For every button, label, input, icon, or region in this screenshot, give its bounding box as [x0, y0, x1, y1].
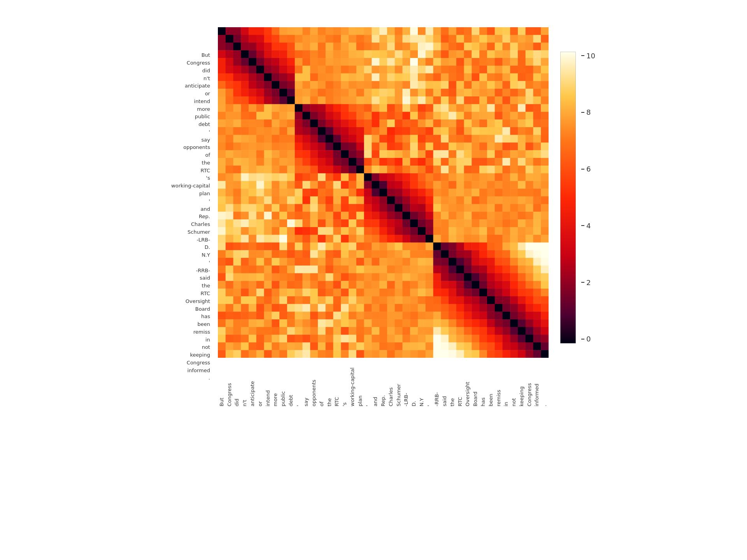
- y-label: plan: [199, 190, 210, 198]
- y-label: remiss: [193, 328, 210, 336]
- y-label: or: [205, 90, 210, 98]
- y-label: 's: [206, 175, 210, 182]
- y-label: said: [200, 275, 210, 282]
- matrix-and-colorbar: ButCongressdidn'tanticipateorintendmorep…: [218, 27, 576, 406]
- y-label: opponents: [183, 144, 210, 152]
- chart-body: ButCongressdidn'tanticipateorintendmorep…: [171, 27, 576, 406]
- x-label: -LRB-: [402, 360, 410, 406]
- y-label: working-capital: [171, 182, 210, 190]
- y-label: has: [201, 313, 210, 321]
- x-label: Board: [472, 360, 479, 406]
- y-label: -RRB-: [196, 267, 210, 275]
- y-label: ': [209, 198, 210, 205]
- y-label: the: [202, 282, 210, 290]
- y-label: D.: [205, 244, 210, 252]
- x-label: RTC: [333, 360, 341, 406]
- tick-value: 6: [586, 165, 591, 173]
- colorbar-tick: 10: [581, 52, 595, 60]
- x-label: been: [487, 360, 495, 406]
- x-label: opponents: [310, 360, 318, 406]
- x-label: say: [302, 360, 310, 406]
- x-label: plan: [356, 360, 364, 406]
- y-label: Rep.: [199, 213, 210, 221]
- x-label: -RRB-: [433, 360, 441, 406]
- x-label: ': [426, 360, 433, 406]
- tick-value: 0: [586, 335, 591, 343]
- x-label: the: [449, 360, 456, 406]
- y-label: more: [197, 105, 210, 113]
- y-label: Board: [195, 305, 210, 313]
- x-label: keeping: [518, 360, 526, 406]
- x-label: has: [479, 360, 487, 406]
- x-label: ': [364, 360, 372, 406]
- y-label: -LRB-: [196, 236, 210, 244]
- y-label: anticipate: [185, 82, 210, 90]
- colorbar-tick: 4: [581, 222, 595, 230]
- x-label: But: [218, 360, 226, 406]
- y-label: Congress: [187, 359, 210, 367]
- x-label: said: [441, 360, 449, 406]
- colorbar-tick: 2: [581, 278, 595, 287]
- x-label: working-capital: [349, 360, 356, 406]
- x-label: Oversight: [464, 360, 472, 406]
- y-label: been: [197, 320, 210, 328]
- tick-value: 10: [586, 52, 595, 60]
- heatmap-canvas: [218, 27, 549, 358]
- y-label: of: [205, 151, 210, 159]
- x-label: D.: [410, 360, 418, 406]
- colorbar: 1086420: [560, 52, 576, 382]
- x-label: N.Y: [418, 360, 426, 406]
- colorbar-ticks: 1086420: [581, 52, 595, 343]
- y-label: But: [202, 52, 210, 60]
- x-label: informed: [533, 360, 541, 406]
- y-label: informed: [188, 367, 210, 374]
- x-label: Congress: [526, 360, 533, 406]
- y-label: say: [202, 136, 210, 144]
- x-axis-labels: ButCongressdidn'tanticipateorintendmorep…: [218, 360, 549, 406]
- x-label: RTC: [456, 360, 464, 406]
- x-label: of: [318, 360, 326, 406]
- x-label: Charles: [387, 360, 395, 406]
- colorbar-tick: 6: [581, 165, 595, 173]
- y-label: in: [205, 336, 210, 344]
- x-label: and: [372, 360, 379, 406]
- x-label: or: [256, 360, 264, 406]
- x-label: anticipate: [249, 360, 256, 406]
- x-label: 's: [341, 360, 349, 406]
- tick-value: 8: [586, 108, 591, 116]
- x-label: not: [510, 360, 518, 406]
- tick-value: 4: [586, 222, 591, 230]
- x-label: did: [233, 360, 241, 406]
- y-label: public: [195, 113, 210, 121]
- x-label: Congress: [226, 360, 233, 406]
- y-label: the: [202, 159, 210, 167]
- y-label: and: [200, 205, 210, 213]
- y-label: Charles: [191, 220, 210, 228]
- colorbar-tick: 8: [581, 108, 595, 116]
- x-label: more: [272, 360, 279, 406]
- y-label: debt: [198, 121, 210, 128]
- y-label: keeping: [190, 351, 210, 359]
- x-label: debt: [287, 360, 295, 406]
- y-label: not: [202, 344, 210, 352]
- x-label: ': [295, 360, 303, 406]
- chart-container: ButCongressdidn'tanticipateorintendmorep…: [0, 0, 747, 560]
- y-label: RTC: [201, 290, 210, 298]
- x-label: intend: [264, 360, 272, 406]
- x-label: Rep.: [379, 360, 387, 406]
- y-label: Oversight: [186, 298, 210, 305]
- x-label: the: [326, 360, 333, 406]
- y-label: RTC: [201, 167, 210, 175]
- x-label: n't: [241, 360, 249, 406]
- y-label: N.Y: [202, 251, 210, 259]
- x-label: Schumer: [395, 360, 403, 406]
- tick-value: 2: [586, 278, 591, 287]
- x-label: in: [502, 360, 510, 406]
- x-label: public: [279, 360, 287, 406]
- y-label: Congress: [187, 59, 210, 67]
- y-label: intend: [194, 98, 210, 105]
- y-label: Schumer: [188, 228, 210, 236]
- x-label: .: [541, 360, 549, 406]
- y-label: ': [209, 259, 210, 267]
- y-label: .: [209, 374, 210, 382]
